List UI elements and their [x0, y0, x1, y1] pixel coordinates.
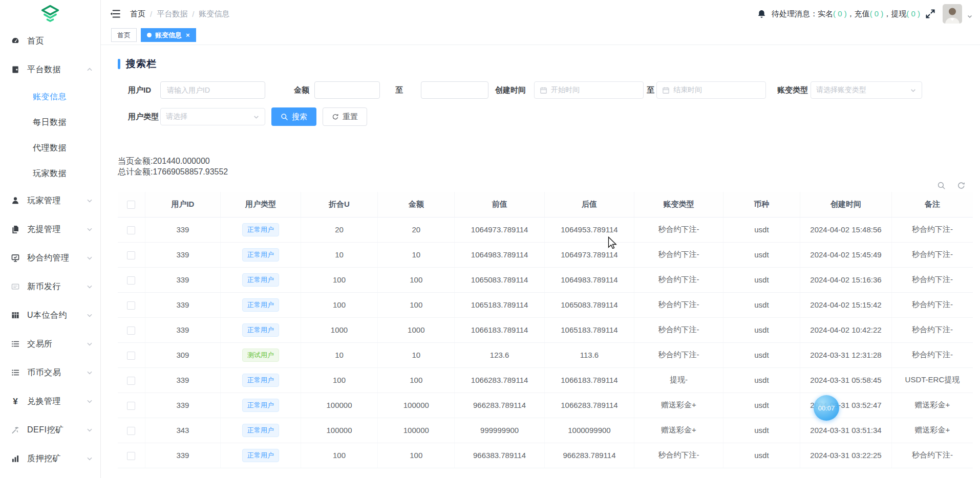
breadcrumb-separator: / — [192, 10, 194, 18]
sidebar-item-new-coin[interactable]: 新币发行 — [0, 272, 100, 301]
sidebar-item-label: DEFI挖矿 — [27, 425, 86, 436]
sidebar-item-recharge-mgmt[interactable]: 充提管理 — [0, 215, 100, 244]
tab-账变信息[interactable]: 账变信息× — [141, 28, 196, 42]
row-checkbox[interactable] — [127, 226, 135, 234]
amount-max-input[interactable] — [421, 81, 488, 99]
sidebar-item-home[interactable]: 首页 — [0, 27, 100, 55]
avatar[interactable] — [943, 4, 962, 24]
chevron-down-icon — [86, 312, 93, 319]
sidebar-item-player-mgmt[interactable]: 玩家管理 — [0, 186, 100, 215]
sidebar-item-u-contract[interactable]: U本位合约 — [0, 301, 100, 330]
sidebar-subitem-daily-data[interactable]: 每日数据 — [0, 110, 100, 135]
table-row: 339正常用户1001001065183.7891141065083.78911… — [118, 292, 973, 317]
cell-change-type: 秒合约下注- — [634, 443, 723, 468]
row-checkbox[interactable] — [127, 427, 135, 435]
message-separator: ， — [847, 9, 855, 18]
row-checkbox[interactable] — [127, 352, 135, 360]
cell-change-type: 秒合约下注- — [634, 267, 723, 292]
user-type-select[interactable]: 请选择 — [160, 108, 265, 125]
search-section-title: 搜索栏 — [118, 57, 973, 71]
cell-note: 赠送彩金+ — [891, 418, 973, 443]
app-logo[interactable] — [0, 0, 100, 27]
cell-user-type: 正常用户 — [220, 443, 301, 468]
cell-before: 123.6 — [455, 342, 544, 367]
sidebar-item-label: U本位合约 — [27, 310, 86, 321]
message-count: ( 0 ) — [870, 9, 884, 18]
row-select-cell — [118, 367, 145, 393]
bell-icon[interactable] — [757, 9, 766, 19]
sidebar-item-swap-mgmt[interactable]: ¥兑换管理 — [0, 387, 100, 416]
sidebar-item-defi-mining[interactable]: DEFI挖矿 — [0, 416, 100, 444]
row-checkbox[interactable] — [127, 377, 135, 385]
row-checkbox[interactable] — [127, 452, 135, 460]
start-time-picker[interactable]: 开始时间 — [534, 81, 644, 99]
table-row: 339正常用户100000100000966283.7891141066283.… — [118, 393, 973, 418]
sidebar-item-coin-trade[interactable]: 币币交易 — [0, 358, 100, 387]
sidebar-item-platform-data[interactable]: 平台数据 — [0, 55, 100, 84]
sidebar-subitem-agent-data[interactable]: 代理数据 — [0, 135, 100, 161]
collapse-sidebar-icon[interactable] — [110, 9, 121, 19]
table-search-icon[interactable] — [937, 181, 946, 190]
table-row: 343正常用户1000001000009999999001000099900赠送… — [118, 418, 973, 443]
cell-user-type: 正常用户 — [220, 217, 301, 242]
sidebar-item-exchange[interactable]: 交易所 — [0, 330, 100, 358]
cell-coin: usdt — [723, 393, 800, 418]
tab-首页[interactable]: 首页 — [111, 28, 137, 42]
cell-before: 1064983.789114 — [455, 242, 544, 267]
cell-user-type: 测试用户 — [220, 342, 301, 367]
breadcrumb-item[interactable]: 平台数据 — [157, 9, 187, 19]
time-to-label: 至 — [647, 85, 654, 95]
page-content: 搜索栏 用户ID 金额 至 创建时间 开始时间 至 — [101, 45, 980, 478]
message-label: 充值 — [855, 9, 870, 18]
cell-change-type: 赠送彩金+ — [634, 418, 723, 443]
recording-timer-bubble[interactable]: 00:07 — [814, 395, 839, 421]
pending-messages-items: 实名( 0 )，充值( 0 )，提现( 0 ) — [818, 9, 920, 19]
row-select-cell — [118, 342, 145, 367]
sidebar-item-seconds-contract[interactable]: 秒合约管理 — [0, 244, 100, 272]
search-form-row-2: 用户类型 请选择 搜索 重置 — [118, 107, 973, 126]
change-type-label: 账变类型 — [777, 85, 808, 95]
message-label: 提现 — [891, 9, 906, 18]
row-checkbox[interactable] — [127, 276, 135, 285]
sidebar-item-label: 交易所 — [27, 339, 86, 350]
row-select-cell — [118, 267, 145, 292]
table-refresh-icon[interactable] — [957, 181, 966, 190]
sidebar-subitem-account-change[interactable]: 账变信息 — [0, 84, 100, 110]
cell-u: 1000 — [301, 317, 377, 342]
fullscreen-icon[interactable] — [925, 9, 935, 19]
close-tab-icon[interactable]: × — [186, 32, 190, 38]
cell-coin: usdt — [723, 367, 800, 393]
row-checkbox[interactable] — [127, 327, 135, 335]
row-select-cell — [118, 242, 145, 267]
sidebar-subitem-player-data[interactable]: 玩家数据 — [0, 161, 100, 186]
cell-change-type: 秒合约下注- — [634, 217, 723, 242]
breadcrumb-item[interactable]: 首页 — [130, 9, 145, 19]
list-icon — [10, 367, 20, 378]
column-header: 币种 — [723, 192, 800, 217]
user-id-input[interactable] — [160, 81, 265, 99]
reset-button[interactable]: 重置 — [323, 107, 367, 126]
sidebar-item-staking-mining[interactable]: 质押挖矿 — [0, 444, 100, 473]
chevron-down-icon — [86, 340, 93, 347]
chevron-down-icon — [86, 226, 93, 233]
row-checkbox[interactable] — [127, 402, 135, 410]
cell-user-type: 正常用户 — [220, 267, 301, 292]
end-time-picker[interactable]: 结束时间 — [656, 81, 766, 99]
chevron-down-icon[interactable] — [967, 13, 973, 19]
select-all-checkbox[interactable] — [127, 201, 135, 209]
cell-after: 1065183.789114 — [544, 317, 634, 342]
amount-min-input[interactable] — [314, 81, 380, 99]
user-id-label: 用户ID — [128, 85, 152, 95]
cell-amount: 100 — [378, 367, 455, 393]
change-type-select[interactable]: 请选择账变类型 — [811, 81, 922, 99]
cell-user-type: 正常用户 — [220, 317, 301, 342]
table-row: 339正常用户20201064973.7891141064953.789114秒… — [118, 217, 973, 242]
row-checkbox[interactable] — [127, 251, 135, 259]
recording-timer-text: 00:07 — [818, 404, 835, 412]
search-button[interactable]: 搜索 — [271, 107, 316, 126]
user-type-tag: 正常用户 — [242, 273, 279, 287]
cell-after: 966283.789114 — [544, 443, 634, 468]
row-checkbox[interactable] — [127, 301, 135, 310]
cell-before: 1066283.789114 — [455, 367, 544, 393]
column-header: 前值 — [455, 192, 544, 217]
